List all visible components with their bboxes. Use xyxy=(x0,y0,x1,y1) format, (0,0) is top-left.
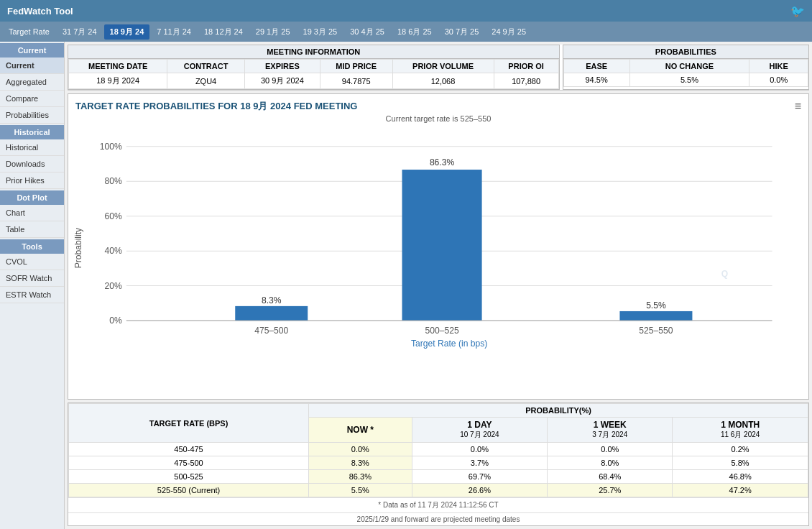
svg-text:60%: 60% xyxy=(104,211,121,221)
td-rate: 450-475 xyxy=(69,443,309,456)
chart-subtitle: Current target rate is 525–550 xyxy=(68,114,808,123)
td-1day: 0.0% xyxy=(412,443,548,456)
sidebar-item-downloads[interactable]: Downloads xyxy=(0,156,64,172)
sidebar: Current Current Aggregated Compare Proba… xyxy=(0,42,65,529)
td-meeting-date: 18 9月 2024 xyxy=(69,73,167,89)
probabilities-box: PROBABILITIES EASE NO CHANGE HIKE 94.5% … xyxy=(563,45,809,90)
td-rate: 525-550 (Current) xyxy=(69,484,309,497)
footer-note-2: 2025/1/29 and forward are projected meet… xyxy=(68,512,808,525)
th-expires: EXPIRES xyxy=(244,60,320,73)
th-1week: 1 WEEK 3 7月 2024 xyxy=(548,418,673,443)
td-rate: 475-500 xyxy=(69,456,309,470)
svg-text:Probability: Probability xyxy=(73,227,83,268)
sidebar-item-compare[interactable]: Compare xyxy=(0,91,64,107)
chart-menu-icon[interactable]: ≡ xyxy=(795,100,801,113)
footer-note-1: * Data as of 11 7月 2024 11:12:56 CT xyxy=(68,497,808,512)
twitter-icon[interactable]: 🐦 xyxy=(790,4,805,18)
chart-section: TARGET RATE PROBABILITIES FOR 18 9月 2024… xyxy=(68,93,809,400)
svg-text:Target Rate (in bps): Target Rate (in bps) xyxy=(411,339,487,349)
sidebar-item-chart[interactable]: Chart xyxy=(0,205,64,221)
th-probability-pct: PROBABILITY(%) xyxy=(309,404,808,418)
sidebar-item-cvol[interactable]: CVOL xyxy=(0,254,64,270)
td-ease: 94.5% xyxy=(563,73,629,87)
sidebar-section-current: Current xyxy=(0,43,64,58)
bar-475-500 xyxy=(235,306,308,321)
tab-24-9-25[interactable]: 24 9月 25 xyxy=(486,24,532,40)
td-now: 0.0% xyxy=(309,443,412,456)
th-mid-price: MID PRICE xyxy=(320,60,392,73)
td-1month: 0.2% xyxy=(673,443,808,456)
probability-table: TARGET RATE (BPS) PROBABILITY(%) NOW * 1… xyxy=(68,403,808,497)
svg-text:0%: 0% xyxy=(109,316,122,326)
th-now: NOW * xyxy=(309,418,412,443)
sidebar-section-historical: Historical xyxy=(0,125,64,139)
content-area: MEETING INFORMATION MEETING DATE CONTRAC… xyxy=(65,42,812,529)
svg-text:40%: 40% xyxy=(104,246,121,256)
tab-30-4-25[interactable]: 30 4月 25 xyxy=(344,24,390,40)
sidebar-item-probabilities[interactable]: Probabilities xyxy=(0,107,64,124)
tab-29-1-25[interactable]: 29 1月 25 xyxy=(250,24,296,40)
sidebar-item-prior-hikes[interactable]: Prior Hikes xyxy=(0,172,64,189)
tab-31-7-24[interactable]: 31 7月 24 xyxy=(57,24,103,40)
td-1week: 0.0% xyxy=(548,443,673,456)
tab-18-9-24[interactable]: 18 9月 24 xyxy=(104,24,150,40)
tab-row: Target Rate 31 7月 24 18 9月 24 7 11月 24 1… xyxy=(0,22,812,42)
th-prior-oi: PRIOR OI xyxy=(494,60,558,73)
td-now: 5.5% xyxy=(309,484,412,497)
td-1month: 5.8% xyxy=(673,456,808,470)
svg-text:500–525: 500–525 xyxy=(425,326,458,336)
th-contract: CONTRACT xyxy=(167,60,245,73)
td-1week: 68.4% xyxy=(548,470,673,484)
main-layout: Current Current Aggregated Compare Proba… xyxy=(0,42,812,529)
tab-target-rate[interactable]: Target Rate xyxy=(3,25,55,38)
th-hike: HIKE xyxy=(749,60,808,73)
svg-text:5.5%: 5.5% xyxy=(646,300,666,310)
top-bar: FedWatch Tool 🐦 xyxy=(0,0,812,22)
chart-title: TARGET RATE PROBABILITIES FOR 18 9月 2024… xyxy=(68,94,364,114)
sidebar-section-dotplot: Dot Plot xyxy=(0,190,64,205)
svg-text:Q: Q xyxy=(721,269,728,279)
tab-7-11-24[interactable]: 7 11月 24 xyxy=(151,24,197,40)
sidebar-item-table[interactable]: Table xyxy=(0,221,64,238)
probabilities-table: EASE NO CHANGE HIKE 94.5% 5.5% 0.0% xyxy=(563,59,808,87)
th-prior-volume: PRIOR VOLUME xyxy=(392,60,494,73)
bar-525-550 xyxy=(619,311,692,321)
tab-18-12-24[interactable]: 18 12月 24 xyxy=(198,24,249,40)
sidebar-item-historical[interactable]: Historical xyxy=(0,139,64,156)
td-no-change: 5.5% xyxy=(629,73,749,87)
tab-19-3-25[interactable]: 19 3月 25 xyxy=(297,24,343,40)
sidebar-item-estr-watch[interactable]: ESTR Watch xyxy=(0,287,64,303)
th-target-rate-bps: TARGET RATE (BPS) xyxy=(69,404,309,443)
tab-30-7-25[interactable]: 30 7月 25 xyxy=(439,24,485,40)
tab-18-6-25[interactable]: 18 6月 25 xyxy=(392,24,438,40)
td-prior-volume: 12,068 xyxy=(392,73,494,89)
svg-text:525–550: 525–550 xyxy=(639,326,673,336)
td-1month: 47.2% xyxy=(673,484,808,497)
svg-text:100%: 100% xyxy=(100,142,122,152)
meeting-info-table: MEETING DATE CONTRACT EXPIRES MID PRICE … xyxy=(68,59,559,89)
app-title: FedWatch Tool xyxy=(7,6,73,17)
sidebar-item-sofr-watch[interactable]: SOFR Watch xyxy=(0,270,64,287)
td-contract: ZQU4 xyxy=(167,73,245,89)
sidebar-item-aggregated[interactable]: Aggregated xyxy=(0,74,64,91)
td-expires: 30 9月 2024 xyxy=(244,73,320,89)
bar-chart: Probability 100% 80% 60% 40% 20% 0% 8.3% xyxy=(68,126,808,356)
td-1week: 8.0% xyxy=(548,456,673,470)
td-1day: 3.7% xyxy=(412,456,548,470)
meeting-info-header: MEETING INFORMATION xyxy=(68,45,559,59)
td-rate: 500-525 xyxy=(69,470,309,484)
td-prior-oi: 107,880 xyxy=(494,73,558,89)
svg-text:80%: 80% xyxy=(104,176,121,186)
td-mid-price: 94.7875 xyxy=(320,73,392,89)
svg-text:86.3%: 86.3% xyxy=(430,157,455,167)
td-1month: 46.8% xyxy=(673,470,808,484)
td-now: 8.3% xyxy=(309,456,412,470)
td-1day: 26.6% xyxy=(412,484,548,497)
bottom-section: TARGET RATE (BPS) PROBABILITY(%) NOW * 1… xyxy=(68,402,809,526)
sidebar-section-tools: Tools xyxy=(0,239,64,254)
meeting-info-section: MEETING INFORMATION MEETING DATE CONTRAC… xyxy=(68,45,809,91)
svg-text:20%: 20% xyxy=(104,281,121,291)
sidebar-item-current[interactable]: Current xyxy=(0,58,64,74)
probabilities-header: PROBABILITIES xyxy=(563,45,808,59)
td-1week: 25.7% xyxy=(548,484,673,497)
